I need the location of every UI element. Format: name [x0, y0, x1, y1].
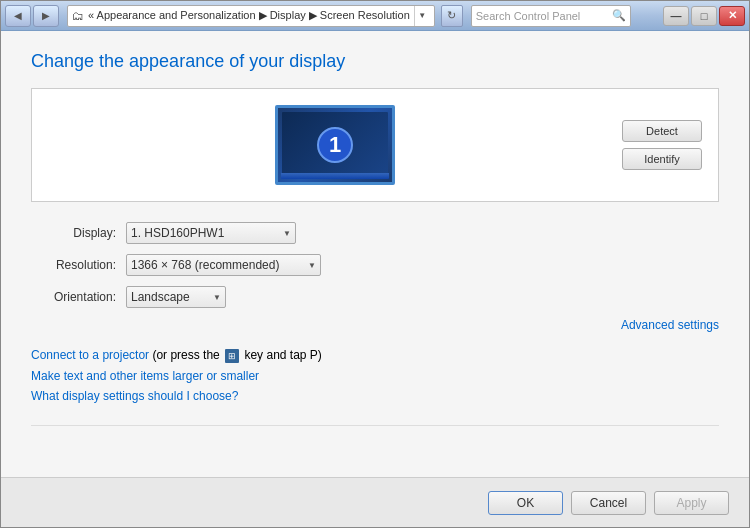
address-bar[interactable]: 🗂 « Appearance and Personalization ▶ Dis… — [67, 5, 435, 27]
page-title: Change the appearance of your display — [31, 51, 719, 72]
monitor-screen: 1 — [275, 105, 395, 185]
resolution-row: Resolution: 1366 × 768 (recommended) ▼ — [31, 254, 719, 276]
display-label: Display: — [31, 226, 126, 240]
back-button[interactable]: ◀ — [5, 5, 31, 27]
detect-button[interactable]: Detect — [622, 120, 702, 142]
display-settings-link-item: What display settings should I choose? — [31, 389, 719, 403]
window-controls: — □ ✕ — [663, 6, 745, 26]
orientation-row: Orientation: Landscape ▼ — [31, 286, 719, 308]
resolution-label: Resolution: — [31, 258, 126, 272]
monitor-number: 1 — [317, 127, 353, 163]
apply-button[interactable]: Apply — [654, 491, 729, 515]
display-value: 1. HSD160PHW1 — [131, 226, 224, 240]
main-window: ◀ ▶ 🗂 « Appearance and Personalization ▶… — [0, 0, 750, 528]
search-bar[interactable]: Search Control Panel 🔍 — [471, 5, 631, 27]
advanced-settings-link[interactable]: Advanced settings — [621, 318, 719, 332]
projector-link[interactable]: Connect to a projector — [31, 348, 149, 362]
identify-button[interactable]: Identify — [622, 148, 702, 170]
bottom-bar: OK Cancel Apply — [1, 477, 749, 527]
mini-taskbar — [281, 173, 389, 179]
nav-buttons: ◀ ▶ — [5, 5, 59, 27]
orientation-label: Orientation: — [31, 290, 126, 304]
display-select[interactable]: 1. HSD160PHW1 ▼ — [126, 222, 296, 244]
orientation-dropdown-arrow: ▼ — [213, 293, 221, 302]
title-bar: ◀ ▶ 🗂 « Appearance and Personalization ▶… — [1, 1, 749, 31]
resolution-dropdown-arrow: ▼ — [308, 261, 316, 270]
refresh-button[interactable]: ↻ — [441, 5, 463, 27]
minimize-button[interactable]: — — [663, 6, 689, 26]
projector-link-item: Connect to a projector (or press the ⊞ k… — [31, 348, 719, 363]
title-bar-left: ◀ ▶ 🗂 « Appearance and Personalization ▶… — [5, 5, 631, 27]
orientation-select[interactable]: Landscape ▼ — [126, 286, 226, 308]
forward-button[interactable]: ▶ — [33, 5, 59, 27]
ok-button[interactable]: OK — [488, 491, 563, 515]
display-settings-link[interactable]: What display settings should I choose? — [31, 389, 238, 403]
links-section: Connect to a projector (or press the ⊞ k… — [31, 348, 719, 426]
search-placeholder: Search Control Panel — [476, 10, 608, 22]
preview-buttons: Detect Identify — [622, 120, 702, 170]
advanced-link-container: Advanced settings — [31, 318, 719, 332]
windows-key-icon: ⊞ — [225, 349, 239, 363]
address-dropdown-arrow[interactable]: ▼ — [414, 6, 430, 26]
text-size-link[interactable]: Make text and other items larger or smal… — [31, 369, 259, 383]
resolution-value: 1366 × 768 (recommended) — [131, 258, 279, 272]
orientation-value: Landscape — [131, 290, 190, 304]
monitor-preview: 1 — [275, 105, 395, 185]
form-section: Display: 1. HSD160PHW1 ▼ Resolution: 136… — [31, 222, 719, 308]
address-icon: 🗂 — [72, 9, 84, 23]
text-size-link-item: Make text and other items larger or smal… — [31, 369, 719, 383]
projector-text-suffix2: key and tap P) — [241, 348, 322, 362]
search-icon[interactable]: 🔍 — [612, 9, 626, 22]
close-button[interactable]: ✕ — [719, 6, 745, 26]
resolution-select[interactable]: 1366 × 768 (recommended) ▼ — [126, 254, 321, 276]
content-area: Change the appearance of your display 1 … — [1, 31, 749, 477]
address-text: « Appearance and Personalization ▶ Displ… — [88, 9, 410, 22]
display-dropdown-arrow: ▼ — [283, 229, 291, 238]
cancel-button[interactable]: Cancel — [571, 491, 646, 515]
maximize-button[interactable]: □ — [691, 6, 717, 26]
projector-text-suffix: (or press the — [149, 348, 223, 362]
display-row: Display: 1. HSD160PHW1 ▼ — [31, 222, 719, 244]
display-preview-box: 1 Detect Identify — [31, 88, 719, 202]
